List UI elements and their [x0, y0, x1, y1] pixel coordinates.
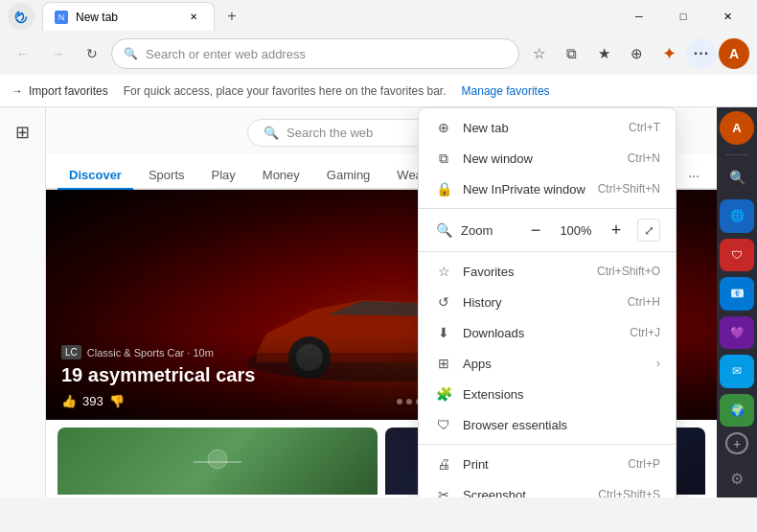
extensions-icon: 🧩: [434, 384, 453, 404]
downloads-icon: ⬇: [434, 323, 453, 342]
import-icon: →: [11, 84, 23, 98]
sidebar-purple-button[interactable]: 💜: [720, 316, 754, 350]
favorites-star-button[interactable]: ☆: [523, 38, 554, 69]
new-tab-icon: ⊕: [434, 118, 453, 137]
zoom-expand-button[interactable]: ⤢: [637, 219, 660, 242]
hero-like[interactable]: 👍 393 👎: [61, 394, 125, 408]
sidebar-gear-button[interactable]: ⚙: [722, 464, 752, 494]
zoom-control: 🔍 Zoom − 100% + ⤢: [419, 213, 676, 247]
tab-title: New tab: [76, 11, 118, 24]
favorites-shortcut: Ctrl+Shift+O: [597, 265, 660, 278]
profile-button[interactable]: A: [719, 38, 749, 69]
active-tab[interactable]: N New tab ✕: [42, 2, 215, 31]
print-label: Print: [463, 457, 618, 472]
source-badge: LC: [61, 345, 81, 359]
tab-bar: N New tab ✕ +: [42, 0, 613, 34]
import-favorites-button[interactable]: → Import favorites: [11, 84, 108, 98]
sidebar-search-button[interactable]: 🔍: [720, 160, 754, 194]
sidebar-add-button[interactable]: +: [725, 432, 748, 454]
split-screen-button[interactable]: ⧉: [556, 38, 586, 69]
close-button[interactable]: ✕: [705, 2, 749, 31]
menu-extensions[interactable]: 🧩 Extensions: [419, 379, 676, 409]
thumb-img-1: [57, 428, 378, 495]
screenshot-label: Screenshot: [463, 488, 588, 498]
sidebar-shield-button[interactable]: 🛡: [720, 239, 754, 272]
dropdown-menu: ⊕ New tab Ctrl+T ⧉ New window Ctrl+N 🔒 N…: [418, 107, 677, 497]
like-count: 393: [82, 394, 103, 408]
print-shortcut: Ctrl+P: [628, 457, 660, 471]
menu-downloads[interactable]: ⬇ Downloads Ctrl+J: [419, 317, 676, 348]
address-icon: 🔍: [124, 47, 138, 60]
menu-screenshot[interactable]: ✂ Screenshot Ctrl+Shift+S: [419, 479, 676, 497]
favorites-bar: → Import favorites For quick access, pla…: [0, 75, 757, 107]
inprivate-shortcut: Ctrl+Shift+N: [598, 182, 660, 196]
search-icon: 🔍: [264, 126, 279, 140]
new-tab-button[interactable]: +: [218, 3, 245, 30]
separator-3: [419, 444, 676, 445]
tab-play[interactable]: Play: [200, 162, 247, 188]
new-tab-shortcut: Ctrl+T: [629, 121, 660, 134]
title-bar: N New tab ✕ + ─ □ ✕: [0, 0, 757, 33]
separator-1: [419, 208, 676, 209]
menu-history[interactable]: ↺ History Ctrl+H: [419, 287, 676, 317]
favorites-icon: ☆: [434, 262, 453, 281]
sidebar-outlook-button[interactable]: 📧: [720, 277, 754, 311]
content-area: ⊞ 🔍 Search the web Discover Sports Play …: [0, 107, 757, 497]
settings-more-button[interactable]: ···: [686, 38, 717, 69]
tab-close-button[interactable]: ✕: [185, 9, 202, 26]
favorites-bar-text: For quick access, place your favorites h…: [124, 84, 447, 98]
menu-apps[interactable]: ⊞ Apps ›: [419, 348, 676, 379]
tab-discover[interactable]: Discover: [57, 162, 133, 188]
apps-grid-button[interactable]: ⊞: [6, 115, 40, 150]
menu-print[interactable]: 🖨 Print Ctrl+P: [419, 449, 676, 479]
inprivate-label: New InPrivate window: [463, 182, 588, 197]
menu-new-tab[interactable]: ⊕ New tab Ctrl+T: [419, 112, 676, 143]
sidebar-telegram-button[interactable]: ✉: [720, 355, 754, 388]
source-text: Classic & Sports Car · 10m: [87, 347, 214, 359]
search-placeholder: Search the web: [287, 126, 373, 140]
left-sidebar: ⊞: [0, 107, 46, 497]
tabs-more-button[interactable]: ···: [682, 164, 705, 187]
tab-gaming[interactable]: Gaming: [315, 162, 382, 188]
dot: [397, 399, 402, 405]
thumbnail-1[interactable]: [57, 428, 378, 497]
forward-button[interactable]: →: [42, 38, 73, 69]
back-button[interactable]: ←: [8, 38, 38, 69]
window-controls: ─ □ ✕: [617, 2, 749, 31]
tab-sports[interactable]: Sports: [137, 162, 196, 188]
screenshot-icon: ✂: [434, 485, 453, 497]
sidebar-separator-1: [725, 154, 748, 155]
favorites-label: Favorites: [463, 265, 587, 279]
minimize-button[interactable]: ─: [617, 2, 661, 31]
screenshot-shortcut: Ctrl+Shift+S: [598, 488, 660, 497]
apps-icon: ⊞: [434, 354, 453, 373]
copilot-button[interactable]: ✦: [654, 38, 684, 69]
menu-new-window[interactable]: ⧉ New window Ctrl+N: [419, 143, 676, 173]
dislike-icon[interactable]: 👎: [109, 394, 125, 408]
address-bar[interactable]: 🔍 Search or enter web address: [111, 38, 519, 69]
maximize-button[interactable]: □: [661, 2, 705, 31]
add-favorites-button[interactable]: ★: [588, 38, 619, 69]
sidebar-maps-button[interactable]: 🌍: [720, 394, 754, 428]
profile-avatar[interactable]: A: [720, 111, 754, 145]
refresh-button[interactable]: ↻: [77, 38, 107, 69]
apps-label: Apps: [463, 357, 647, 371]
menu-favorites[interactable]: ☆ Favorites Ctrl+Shift+O: [419, 256, 676, 287]
downloads-shortcut: Ctrl+J: [630, 326, 660, 339]
edge-logo: [8, 3, 34, 30]
new-window-label: New window: [463, 151, 618, 166]
tab-favicon: N: [55, 11, 68, 24]
manage-favorites-link[interactable]: Manage favorites: [462, 84, 550, 98]
menu-browser-essentials[interactable]: 🛡 Browser essentials: [419, 409, 676, 440]
menu-inprivate[interactable]: 🔒 New InPrivate window Ctrl+Shift+N: [419, 173, 676, 204]
zoom-plus-button[interactable]: +: [603, 217, 630, 243]
svg-point-7: [208, 450, 227, 469]
address-text: Search or enter web address: [146, 47, 306, 61]
collections-button[interactable]: ⊕: [621, 38, 652, 69]
tab-money[interactable]: Money: [251, 162, 311, 188]
sidebar-collections-button[interactable]: 🌐: [720, 199, 754, 233]
zoom-minus-button[interactable]: −: [522, 217, 549, 243]
toolbar-icons: ☆ ⧉ ★ ⊕ ✦ ··· A: [523, 38, 749, 69]
browser-essentials-label: Browser essentials: [463, 418, 660, 432]
new-tab-label: New tab: [463, 121, 619, 135]
